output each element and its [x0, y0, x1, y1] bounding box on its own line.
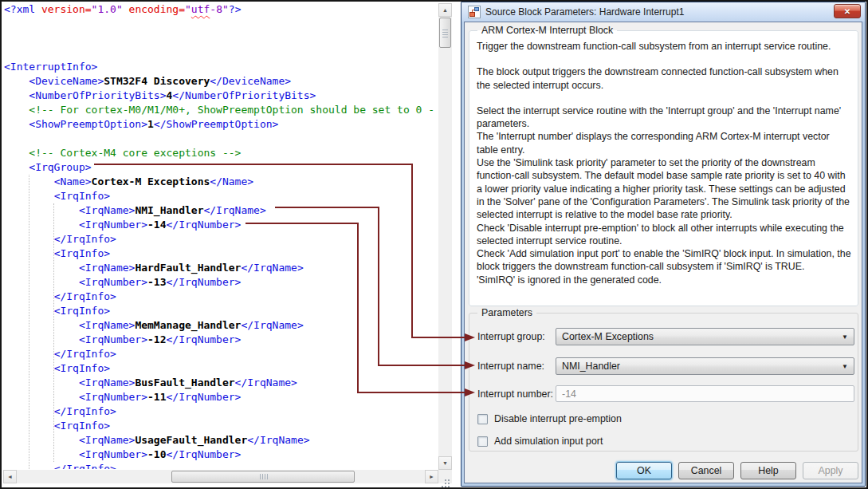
xml-token: <IrqNumber> — [79, 219, 147, 231]
xml-token: = — [179, 3, 185, 15]
xml-token: </IrqName> — [235, 377, 297, 388]
scroll-right-icon: ► — [429, 474, 434, 479]
code-line: <IrqName>HardFault_Handler</IrqName> — [2, 261, 438, 275]
scroll-left-button[interactable]: ◄ — [3, 470, 17, 483]
xml-code-area[interactable]: <?xml version="1.0" encoding="utf-8"?><I… — [2, 2, 438, 469]
code-line: <InterruptInfo> — [2, 60, 438, 74]
xml-token: 1 — [147, 118, 154, 130]
scroll-up-button[interactable]: ▲ — [438, 3, 452, 17]
arrow-irqgroup-segment — [94, 164, 413, 165]
description-paragraph: Select the interrupt service routine wit… — [477, 105, 851, 131]
description-group-title: ARM Cortex-M Interrupt Block — [477, 25, 617, 36]
simulink-block-icon — [468, 6, 481, 18]
xml-token: </IrqInfo> — [54, 233, 116, 245]
code-line: <Name>Cortex-M Exceptions</Name> — [2, 175, 438, 189]
description-group: ARM Cortex-M Interrupt Block Trigger the… — [469, 25, 858, 306]
interrupt-number-field[interactable] — [556, 385, 854, 402]
xml-token: -14 — [147, 219, 166, 231]
xml-token: -13 — [147, 276, 166, 288]
close-button[interactable]: ✕ — [834, 4, 861, 18]
code-line: </IrqInfo> — [2, 462, 438, 469]
xml-token: </IrqInfo> — [54, 463, 116, 469]
apply-button[interactable]: Apply — [803, 462, 858, 479]
xml-token: -8" — [210, 3, 228, 15]
vertical-scrollbar-thumb[interactable] — [439, 18, 451, 48]
dialog-button-row: OK Cancel Help Apply — [616, 462, 858, 479]
description-text: Trigger the downstream function-call sub… — [469, 36, 858, 286]
scroll-down-button[interactable]: ▼ — [438, 456, 452, 470]
checkbox-unchecked-icon[interactable] — [477, 436, 488, 447]
code-line — [2, 45, 438, 60]
description-paragraph: Check 'Add simulation input port' to ena… — [477, 247, 851, 274]
code-line: <IrqName>NMI_Handler</IrqName> — [2, 203, 438, 218]
add-sim-input-checkbox-row[interactable]: Add simulation input port — [477, 436, 603, 447]
resize-grip-dots — [448, 479, 450, 481]
xml-token: Cortex-M Exceptions — [92, 175, 210, 187]
xml-token: " — [185, 3, 191, 15]
xml-token: utf — [191, 3, 210, 15]
ok-button[interactable]: OK — [616, 462, 672, 479]
xml-token — [4, 377, 79, 388]
xml-token — [4, 319, 79, 331]
xml-token: <IrqInfo> — [54, 420, 110, 432]
code-line: </IrqInfo> — [2, 290, 438, 304]
arrow-irqnumber-segment — [357, 223, 359, 393]
xml-token — [4, 219, 79, 231]
xml-token — [35, 3, 41, 15]
xml-token: <!-- For cortex-M0/M1/M0+, ShowPreemptOp… — [29, 104, 434, 116]
resize-grip[interactable] — [438, 470, 452, 483]
close-icon: ✕ — [844, 7, 850, 16]
parameters-group-title: Parameters — [477, 307, 536, 318]
interrupt-group-label: Interrupt group: — [477, 328, 545, 345]
code-line: <IrqInfo> — [2, 419, 438, 433]
xml-token: </NumberOfPriorityBits> — [172, 89, 316, 101]
xml-token: <Name> — [54, 175, 92, 187]
xml-token — [4, 204, 79, 216]
xml-token — [4, 147, 29, 159]
description-paragraph: Trigger the downstream function-call sub… — [477, 40, 851, 53]
xml-token: <IrqName> — [79, 319, 135, 331]
xml-token: </IrqName> — [241, 319, 303, 331]
checkbox-unchecked-icon[interactable] — [477, 414, 488, 424]
arrow-irqgroup-segment — [411, 337, 465, 338]
cancel-button[interactable]: Cancel — [678, 462, 734, 479]
vertical-scrollbar[interactable]: ▲ ▼ — [438, 3, 452, 470]
code-line — [2, 132, 438, 146]
xml-token — [4, 89, 29, 101]
xml-token: version — [41, 3, 85, 15]
xml-token: <IrqGroup> — [29, 161, 91, 173]
interrupt-name-combobox[interactable]: NMI_Handler ▼ — [556, 357, 854, 375]
arrow-irqnumber-segment — [245, 223, 359, 224]
xml-token: HardFault_Handler — [135, 262, 241, 274]
arrow-irqname-segment — [378, 207, 379, 366]
interrupt-group-combobox[interactable]: Cortex-M Exceptions ▼ — [556, 328, 854, 345]
xml-token: <InterruptInfo> — [4, 61, 97, 73]
dialog-client-area: ARM Cortex-M Interrupt Block Trigger the… — [464, 22, 862, 483]
xml-token: <DeviceName> — [29, 75, 104, 87]
xml-token: STM32F4 Discovery — [104, 75, 210, 87]
arrow-irqname-segment — [275, 207, 379, 208]
code-line: <ShowPreemptOption>1</ShowPreemptOption> — [2, 117, 438, 132]
code-line: <IrqInfo> — [2, 189, 438, 203]
interrupt-group-value: Cortex-M Exceptions — [562, 331, 654, 342]
xml-token — [4, 161, 29, 173]
scroll-up-icon: ▲ — [442, 7, 448, 13]
xml-token: <IrqInfo> — [54, 190, 110, 202]
scroll-right-button[interactable]: ► — [425, 470, 438, 483]
horizontal-scrollbar[interactable]: ◄ ► — [3, 470, 438, 483]
indent-guide — [29, 175, 29, 469]
xml-token — [4, 276, 79, 288]
xml-token: <IrqName> — [79, 204, 135, 216]
help-button[interactable]: Help — [740, 462, 796, 479]
horizontal-scrollbar-thumb[interactable] — [171, 471, 355, 483]
code-line: </IrqInfo> — [2, 404, 438, 419]
scroll-left-icon: ◄ — [7, 474, 13, 479]
xml-token: <NumberOfPriorityBits> — [29, 89, 166, 101]
xml-token: </ShowPreemptOption> — [154, 118, 279, 130]
xml-token: <IrqName> — [79, 434, 135, 446]
disable-preemption-checkbox-row[interactable]: Disable interrupt pre-emption — [477, 413, 622, 424]
source-block-parameters-dialog: Source Block Parameters: Hardware Interr… — [461, 2, 866, 487]
description-paragraph: Use the 'Simulink task priority' paramet… — [477, 156, 851, 221]
xml-token — [4, 104, 29, 116]
dialog-title: Source Block Parameters: Hardware Interr… — [485, 6, 684, 18]
